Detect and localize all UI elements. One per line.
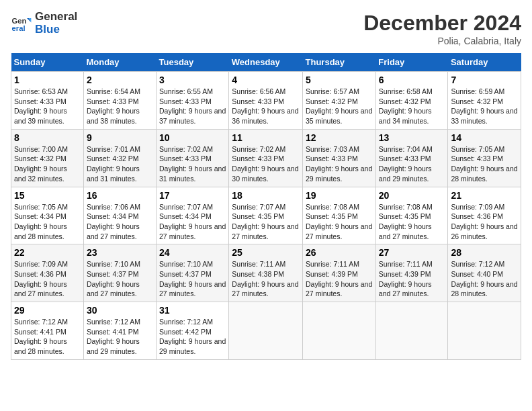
day-cell-20: 20 Sunrise: 7:08 AMSunset: 4:35 PMDaylig… — [375, 187, 448, 244]
logo: Gen eral General Blue — [11, 11, 77, 36]
day-cell-25: 25 Sunrise: 7:11 AMSunset: 4:38 PMDaylig… — [229, 244, 303, 302]
day-info: Sunrise: 7:11 AMSunset: 4:39 PMDaylight:… — [306, 259, 373, 299]
day-info: Sunrise: 7:10 AMSunset: 4:37 PMDaylight:… — [87, 259, 153, 299]
day-info: Sunrise: 7:06 AMSunset: 4:34 PMDaylight:… — [87, 202, 153, 242]
day-number: 16 — [87, 190, 153, 201]
calendar-table: SundayMondayTuesdayWednesdayThursdayFrid… — [11, 53, 521, 360]
day-number: 27 — [379, 247, 445, 258]
week-row-4: 22 Sunrise: 7:09 AMSunset: 4:36 PMDaylig… — [11, 244, 521, 302]
day-info: Sunrise: 6:53 AMSunset: 4:33 PMDaylight:… — [14, 87, 81, 126]
day-info: Sunrise: 7:07 AMSunset: 4:35 PMDaylight:… — [232, 202, 300, 242]
day-info: Sunrise: 6:59 AMSunset: 4:32 PMDaylight:… — [451, 87, 518, 126]
title-block: December 2024 Polia, Calabria, Italy — [363, 11, 521, 46]
logo-text: General Blue — [35, 11, 77, 36]
day-cell-2: 2 Sunrise: 6:54 AMSunset: 4:33 PMDayligh… — [83, 72, 156, 130]
month-title: December 2024 — [363, 11, 521, 36]
day-number: 2 — [87, 75, 153, 85]
week-row-5: 29 Sunrise: 7:12 AMSunset: 4:41 PMDaylig… — [11, 302, 521, 360]
day-cell-16: 16 Sunrise: 7:06 AMSunset: 4:34 PMDaylig… — [83, 187, 156, 244]
day-number: 3 — [159, 75, 226, 85]
day-info: Sunrise: 7:11 AMSunset: 4:38 PMDaylight:… — [232, 259, 300, 299]
header-wednesday: Wednesday — [229, 53, 303, 72]
day-cell-27: 27 Sunrise: 7:11 AMSunset: 4:39 PMDaylig… — [375, 244, 448, 302]
day-number: 11 — [232, 132, 300, 143]
day-cell-23: 23 Sunrise: 7:10 AMSunset: 4:37 PMDaylig… — [83, 244, 156, 302]
day-number: 25 — [232, 247, 300, 258]
day-info: Sunrise: 7:01 AMSunset: 4:32 PMDaylight:… — [87, 144, 153, 184]
day-cell-15: 15 Sunrise: 7:05 AMSunset: 4:34 PMDaylig… — [11, 187, 84, 244]
day-cell-31: 31 Sunrise: 7:12 AMSunset: 4:42 PMDaylig… — [157, 302, 229, 360]
week-row-2: 8 Sunrise: 7:00 AMSunset: 4:32 PMDayligh… — [11, 129, 521, 187]
day-number: 31 — [159, 305, 226, 316]
day-info: Sunrise: 7:00 AMSunset: 4:32 PMDaylight:… — [14, 144, 81, 184]
svg-text:eral: eral — [12, 24, 26, 32]
day-info: Sunrise: 7:03 AMSunset: 4:33 PMDaylight:… — [306, 144, 373, 184]
day-info: Sunrise: 6:58 AMSunset: 4:32 PMDaylight:… — [379, 87, 445, 126]
day-number: 17 — [159, 190, 226, 201]
header-monday: Monday — [83, 53, 156, 72]
day-number: 18 — [232, 190, 300, 201]
day-info: Sunrise: 7:11 AMSunset: 4:39 PMDaylight:… — [379, 259, 445, 299]
day-number: 8 — [14, 132, 81, 143]
day-cell-18: 18 Sunrise: 7:07 AMSunset: 4:35 PMDaylig… — [229, 187, 303, 244]
day-info: Sunrise: 7:07 AMSunset: 4:34 PMDaylight:… — [159, 202, 226, 242]
header-thursday: Thursday — [303, 53, 376, 72]
page-header: Gen eral General Blue December 2024 Poli… — [11, 11, 521, 46]
day-info: Sunrise: 7:02 AMSunset: 4:33 PMDaylight:… — [159, 144, 226, 184]
day-number: 20 — [379, 190, 445, 201]
day-cell-11: 11 Sunrise: 7:02 AMSunset: 4:33 PMDaylig… — [229, 129, 303, 187]
day-number: 4 — [232, 75, 300, 85]
day-number: 1 — [14, 75, 81, 85]
day-number: 29 — [14, 305, 81, 316]
day-cell-19: 19 Sunrise: 7:08 AMSunset: 4:35 PMDaylig… — [303, 187, 376, 244]
day-cell-26: 26 Sunrise: 7:11 AMSunset: 4:39 PMDaylig… — [303, 244, 376, 302]
day-number: 13 — [379, 132, 445, 143]
day-number: 21 — [451, 190, 518, 201]
day-number: 30 — [87, 305, 153, 316]
day-info: Sunrise: 7:12 AMSunset: 4:42 PMDaylight:… — [159, 317, 226, 357]
location: Polia, Calabria, Italy — [363, 36, 521, 46]
day-info: Sunrise: 7:12 AMSunset: 4:40 PMDaylight:… — [451, 259, 518, 299]
day-number: 10 — [159, 132, 226, 143]
day-info: Sunrise: 7:08 AMSunset: 4:35 PMDaylight:… — [379, 202, 445, 242]
day-info: Sunrise: 7:04 AMSunset: 4:33 PMDaylight:… — [379, 144, 445, 184]
day-info: Sunrise: 7:10 AMSunset: 4:37 PMDaylight:… — [159, 259, 226, 299]
day-cell-17: 17 Sunrise: 7:07 AMSunset: 4:34 PMDaylig… — [157, 187, 229, 244]
day-info: Sunrise: 6:55 AMSunset: 4:33 PMDaylight:… — [159, 87, 226, 126]
day-info: Sunrise: 7:09 AMSunset: 4:36 PMDaylight:… — [451, 202, 518, 242]
day-cell-14: 14 Sunrise: 7:05 AMSunset: 4:33 PMDaylig… — [448, 129, 521, 187]
day-cell-7: 7 Sunrise: 6:59 AMSunset: 4:32 PMDayligh… — [448, 72, 521, 130]
day-number: 7 — [451, 75, 518, 85]
day-info: Sunrise: 7:08 AMSunset: 4:35 PMDaylight:… — [306, 202, 373, 242]
header-row: SundayMondayTuesdayWednesdayThursdayFrid… — [11, 53, 521, 72]
day-info: Sunrise: 6:54 AMSunset: 4:33 PMDaylight:… — [87, 87, 153, 126]
day-cell-22: 22 Sunrise: 7:09 AMSunset: 4:36 PMDaylig… — [11, 244, 84, 302]
week-row-3: 15 Sunrise: 7:05 AMSunset: 4:34 PMDaylig… — [11, 187, 521, 244]
header-tuesday: Tuesday — [157, 53, 229, 72]
day-number: 19 — [306, 190, 373, 201]
day-cell-30: 30 Sunrise: 7:12 AMSunset: 4:41 PMDaylig… — [83, 302, 156, 360]
day-info: Sunrise: 7:02 AMSunset: 4:33 PMDaylight:… — [232, 144, 300, 184]
day-cell-8: 8 Sunrise: 7:00 AMSunset: 4:32 PMDayligh… — [11, 129, 84, 187]
day-info: Sunrise: 7:12 AMSunset: 4:41 PMDaylight:… — [87, 317, 153, 357]
day-number: 6 — [379, 75, 445, 85]
day-info: Sunrise: 7:05 AMSunset: 4:33 PMDaylight:… — [451, 144, 518, 184]
header-sunday: Sunday — [11, 53, 84, 72]
day-cell-5: 5 Sunrise: 6:57 AMSunset: 4:32 PMDayligh… — [303, 72, 376, 130]
day-info: Sunrise: 7:05 AMSunset: 4:34 PMDaylight:… — [14, 202, 81, 242]
day-cell-12: 12 Sunrise: 7:03 AMSunset: 4:33 PMDaylig… — [303, 129, 376, 187]
day-cell-29: 29 Sunrise: 7:12 AMSunset: 4:41 PMDaylig… — [11, 302, 84, 360]
header-saturday: Saturday — [448, 53, 521, 72]
logo-icon: Gen eral — [11, 13, 32, 34]
day-number: 23 — [87, 247, 153, 258]
day-cell-28: 28 Sunrise: 7:12 AMSunset: 4:40 PMDaylig… — [448, 244, 521, 302]
day-number: 26 — [306, 247, 373, 258]
week-row-1: 1 Sunrise: 6:53 AMSunset: 4:33 PMDayligh… — [11, 72, 521, 130]
empty-cell — [375, 302, 448, 360]
header-friday: Friday — [375, 53, 448, 72]
day-cell-13: 13 Sunrise: 7:04 AMSunset: 4:33 PMDaylig… — [375, 129, 448, 187]
empty-cell — [303, 302, 376, 360]
day-number: 5 — [306, 75, 373, 85]
day-info: Sunrise: 6:57 AMSunset: 4:32 PMDaylight:… — [306, 87, 373, 126]
day-info: Sunrise: 7:12 AMSunset: 4:41 PMDaylight:… — [14, 317, 81, 357]
